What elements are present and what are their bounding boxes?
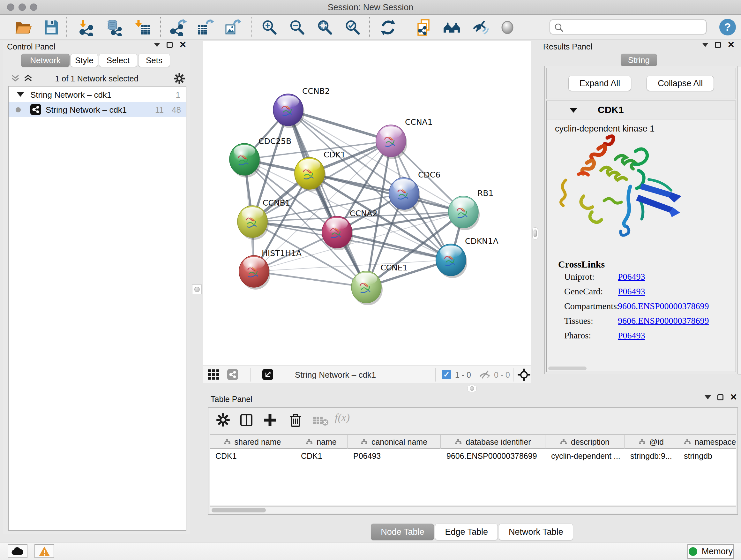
scrollbar-thumb[interactable] xyxy=(212,508,266,512)
network-node-ccna1[interactable]: CCNA1 xyxy=(376,118,433,159)
export-image-icon[interactable] xyxy=(223,19,241,36)
network-edge[interactable] xyxy=(254,271,366,287)
tab-style[interactable]: Style xyxy=(71,54,98,67)
help-button[interactable]: ? xyxy=(719,19,736,36)
left-splitter-grip[interactable] xyxy=(192,285,202,294)
results-scrollbar[interactable] xyxy=(738,66,741,374)
column-header-3[interactable]: database identifier xyxy=(441,435,545,449)
memory-label: Memory xyxy=(702,547,733,557)
column-header-2[interactable]: canonical name xyxy=(347,435,441,449)
show-columns-icon[interactable] xyxy=(239,413,254,428)
gear-icon[interactable] xyxy=(174,73,185,84)
grid-view-icon[interactable] xyxy=(208,369,219,380)
tab-network-table[interactable]: Network Table xyxy=(499,523,573,540)
table-cell[interactable]: stringdb xyxy=(678,449,736,462)
column-header-4[interactable]: description xyxy=(545,435,624,449)
tab-network[interactable]: Network xyxy=(21,54,70,67)
network-collection-row[interactable]: String Network – cdk1 1 xyxy=(9,87,186,102)
tab-string[interactable]: String xyxy=(621,54,657,66)
search-input[interactable] xyxy=(549,19,706,35)
tab-edge-table[interactable]: Edge Table xyxy=(435,523,498,540)
crosslink-link[interactable]: P06493 xyxy=(618,287,645,297)
crosslink-link[interactable]: 9606.ENSP00000378699 xyxy=(618,316,709,326)
gene-section-header[interactable]: CDK1 xyxy=(547,101,736,119)
panel-close-icon[interactable]: ✕ xyxy=(727,42,735,48)
import-network-from-database-icon[interactable] xyxy=(105,19,123,36)
collapse-all-button[interactable]: Collapse All xyxy=(647,76,714,91)
crosslink-link[interactable]: P06493 xyxy=(618,272,645,282)
table-cell[interactable]: stringdb:9... xyxy=(624,449,678,462)
save-session-icon[interactable] xyxy=(42,19,60,36)
export-table-icon[interactable] xyxy=(196,19,214,36)
zoom-selected-icon[interactable] xyxy=(344,19,361,36)
cloud-button[interactable] xyxy=(8,544,27,558)
column-header-5[interactable]: @id xyxy=(624,435,678,449)
gear-icon[interactable] xyxy=(216,413,230,427)
node-label-cdc6: CDC6 xyxy=(418,170,441,179)
crosslink-link[interactable]: 9606.ENSP00000378699 xyxy=(618,301,709,311)
panel-float-icon[interactable] xyxy=(166,42,173,48)
tree-expand-caret[interactable] xyxy=(17,92,24,97)
birdseye-icon[interactable] xyxy=(518,368,530,381)
column-header-0[interactable]: shared name xyxy=(210,435,295,449)
selected-checkbox-icon[interactable]: ✓ xyxy=(442,370,451,379)
export-network-icon[interactable] xyxy=(169,19,187,36)
zoom-fit-icon[interactable] xyxy=(316,19,334,36)
zoom-out-icon[interactable] xyxy=(288,19,306,36)
expand-all-button[interactable]: Expand All xyxy=(568,76,631,91)
open-in-window-icon[interactable] xyxy=(262,369,273,380)
delete-column-icon[interactable] xyxy=(288,413,303,428)
crosslink-label: Uniprot: xyxy=(564,272,595,282)
column-header-6[interactable]: namespace xyxy=(678,435,736,449)
delete-table-icon[interactable] xyxy=(313,415,329,426)
network-canvas[interactable]: CCNB2CCNA1CDC25BCDK1CDC6RB1CCNB1CCNA2CDK… xyxy=(203,41,531,366)
column-type-icon xyxy=(684,439,691,445)
network-row[interactable]: String Network – cdk1 11 48 xyxy=(9,102,186,117)
section-collapse-caret[interactable] xyxy=(569,108,577,113)
network-node-cdkn1a[interactable]: CDKN1A xyxy=(436,237,498,278)
show-all-icon[interactable] xyxy=(498,19,516,36)
section-scrollbar[interactable] xyxy=(548,367,587,370)
network-badge-icon[interactable] xyxy=(227,369,238,380)
warnings-button[interactable] xyxy=(35,544,54,558)
hide-selected-icon[interactable] xyxy=(471,19,489,36)
network-node-ccnb1[interactable]: CCNB1 xyxy=(238,198,290,240)
import-network-from-file-icon[interactable] xyxy=(78,19,96,36)
network-edge[interactable] xyxy=(288,110,366,287)
first-neighbors-icon[interactable] xyxy=(443,19,461,36)
table-cell[interactable]: CDK1 xyxy=(295,449,347,462)
panel-float-icon[interactable] xyxy=(715,42,721,48)
new-network-from-selection-icon[interactable] xyxy=(415,19,433,36)
add-column-icon[interactable] xyxy=(263,413,277,428)
import-table-from-file-icon[interactable] xyxy=(134,19,152,36)
panel-menu-icon[interactable] xyxy=(702,43,709,47)
table-cell[interactable]: 9606.ENSP00000378699 xyxy=(441,449,545,462)
table-tabs: Node Table Edge Table Network Table xyxy=(203,523,741,540)
memory-button[interactable]: Memory xyxy=(687,544,734,559)
network-node-ccne1[interactable]: CCNE1 xyxy=(351,263,408,305)
panel-menu-icon[interactable] xyxy=(704,395,711,399)
panel-close-icon[interactable]: ✕ xyxy=(730,394,737,400)
right-splitter-grip[interactable] xyxy=(532,227,538,240)
panel-menu-icon[interactable] xyxy=(154,43,160,47)
table-cell[interactable]: cyclin-dependent ... xyxy=(545,449,624,462)
tab-sets[interactable]: Sets xyxy=(138,54,170,67)
tab-select[interactable]: Select xyxy=(99,54,137,67)
panel-close-icon[interactable]: ✕ xyxy=(179,42,186,48)
horizontal-splitter-grip[interactable] xyxy=(467,385,477,392)
column-header-1[interactable]: name xyxy=(295,435,347,449)
table-cell[interactable]: P06493 xyxy=(347,449,441,462)
table-row[interactable]: CDK1CDK1P064939606.ENSP00000378699cyclin… xyxy=(210,449,736,462)
table-cell[interactable]: CDK1 xyxy=(210,449,295,462)
table-hscrollbar[interactable] xyxy=(210,506,736,513)
network-node-rb1[interactable]: RB1 xyxy=(448,189,493,230)
network-node-cdc6[interactable]: CDC6 xyxy=(389,170,441,212)
zoom-in-icon[interactable] xyxy=(260,19,278,36)
crosslink-link[interactable]: P06493 xyxy=(618,330,645,341)
hidden-eye-icon[interactable] xyxy=(479,369,491,380)
tab-node-table[interactable]: Node Table xyxy=(371,523,434,540)
function-builder-button[interactable]: f(x) xyxy=(335,412,350,424)
panel-float-icon[interactable] xyxy=(718,394,724,400)
open-session-icon[interactable] xyxy=(14,19,32,36)
refresh-icon[interactable] xyxy=(379,19,397,36)
